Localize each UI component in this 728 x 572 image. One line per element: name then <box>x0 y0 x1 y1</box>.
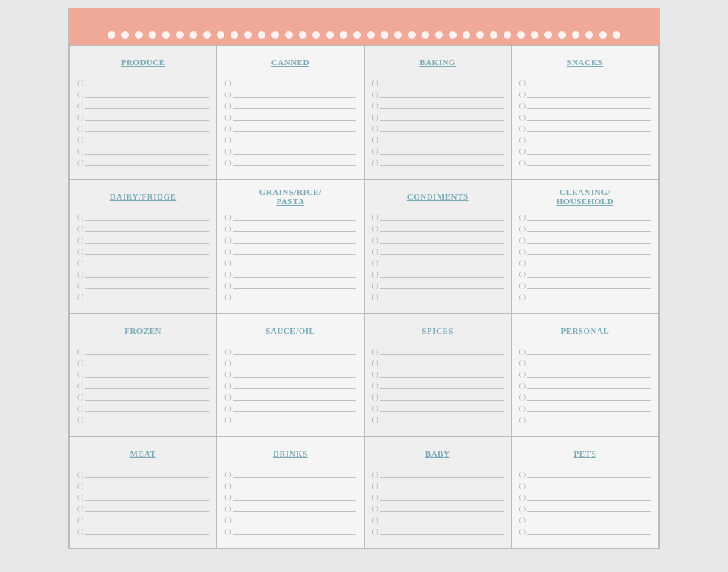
item-checkbox-parens: ( ) <box>77 136 83 143</box>
item-blank-line <box>85 102 209 109</box>
item-checkbox-parens: ( ) <box>372 147 378 155</box>
category-cell-meat: MEAT( )( )( )( )( )( ) <box>70 437 217 548</box>
item-line: ( ) <box>519 79 651 86</box>
item-line: ( ) <box>224 382 356 389</box>
item-blank-line <box>527 79 651 86</box>
category-label-grains-rice-pasta: GRAINS/RICE/ PASTA <box>224 186 356 207</box>
item-checkbox-parens: ( ) <box>224 482 231 489</box>
item-checkbox-parens: ( ) <box>224 516 231 523</box>
item-line: ( ) <box>372 79 504 86</box>
item-line: ( ) <box>77 225 209 232</box>
item-line: ( ) <box>77 516 209 523</box>
item-checkbox-parens: ( ) <box>519 247 526 255</box>
item-checkbox-parens: ( ) <box>77 370 83 378</box>
item-line: ( ) <box>224 79 356 86</box>
item-blank-line <box>233 370 356 378</box>
item-blank-line <box>380 225 504 232</box>
item-blank-line <box>85 236 209 244</box>
item-line: ( ) <box>372 516 504 523</box>
item-checkbox-parens: ( ) <box>519 527 526 535</box>
item-blank-line <box>527 347 651 355</box>
item-checkbox-parens: ( ) <box>224 247 231 255</box>
item-line: ( ) <box>77 270 209 278</box>
dot <box>490 31 497 39</box>
item-checkbox-parens: ( ) <box>77 247 83 255</box>
item-line: ( ) <box>372 113 504 121</box>
item-blank-line <box>233 270 356 278</box>
dot-row <box>69 27 659 45</box>
item-checkbox-parens: ( ) <box>372 159 378 166</box>
item-checkbox-parens: ( ) <box>77 527 83 535</box>
item-checkbox-parens: ( ) <box>519 404 526 412</box>
item-checkbox-parens: ( ) <box>224 370 231 378</box>
category-label-condiments: CONDIMENTS <box>372 186 504 207</box>
item-line: ( ) <box>372 482 504 489</box>
item-line: ( ) <box>519 247 651 255</box>
item-blank-line <box>233 404 356 412</box>
item-checkbox-parens: ( ) <box>224 270 231 278</box>
category-label-snacks: SNACKS <box>519 52 651 73</box>
item-line: ( ) <box>519 516 651 523</box>
item-checkbox-parens: ( ) <box>77 124 83 132</box>
dot <box>149 31 156 39</box>
item-checkbox-parens: ( ) <box>519 493 526 501</box>
category-label-canned: CANNED <box>224 52 356 73</box>
item-line: ( ) <box>224 124 356 132</box>
item-line: ( ) <box>77 236 209 244</box>
item-blank-line <box>380 382 504 389</box>
item-blank-line <box>527 259 651 266</box>
dot <box>544 31 552 39</box>
item-line: ( ) <box>77 147 209 155</box>
category-label-pets: PETS <box>519 443 651 464</box>
item-line: ( ) <box>77 247 209 255</box>
item-line: ( ) <box>77 527 209 535</box>
item-blank-line <box>233 281 356 289</box>
dot <box>408 31 416 39</box>
item-checkbox-parens: ( ) <box>224 359 231 366</box>
item-checkbox-parens: ( ) <box>77 113 83 121</box>
item-line: ( ) <box>519 393 651 401</box>
item-blank-line <box>233 113 356 121</box>
category-label-produce: PRODUCE <box>77 52 209 73</box>
item-checkbox-parens: ( ) <box>372 493 378 501</box>
item-blank-line <box>85 213 209 221</box>
item-line: ( ) <box>77 416 209 423</box>
item-blank-line <box>85 393 209 401</box>
item-line: ( ) <box>372 102 504 109</box>
item-checkbox-parens: ( ) <box>519 147 526 155</box>
category-cell-baking: BAKING( )( )( )( )( )( )( )( ) <box>365 46 512 180</box>
item-line: ( ) <box>77 102 209 109</box>
category-label-drinks: DRINKS <box>224 443 356 464</box>
item-blank-line <box>527 247 651 255</box>
item-blank-line <box>380 136 504 143</box>
item-blank-line <box>85 504 209 512</box>
item-line: ( ) <box>224 516 356 523</box>
item-checkbox-parens: ( ) <box>224 79 231 86</box>
item-checkbox-parens: ( ) <box>372 370 378 378</box>
item-checkbox-parens: ( ) <box>224 416 231 423</box>
item-blank-line <box>85 482 209 489</box>
item-blank-line <box>233 225 356 232</box>
item-blank-line <box>85 370 209 378</box>
item-checkbox-parens: ( ) <box>372 527 378 535</box>
item-checkbox-parens: ( ) <box>372 136 378 143</box>
item-line: ( ) <box>224 281 356 289</box>
category-cell-condiments: CONDIMENTS( )( )( )( )( )( )( )( ) <box>365 180 512 314</box>
item-checkbox-parens: ( ) <box>372 470 378 478</box>
item-line: ( ) <box>519 382 651 389</box>
item-line: ( ) <box>224 482 356 489</box>
item-line: ( ) <box>519 293 651 300</box>
item-line: ( ) <box>77 404 209 412</box>
item-line: ( ) <box>224 359 356 366</box>
item-checkbox-parens: ( ) <box>224 102 231 109</box>
item-blank-line <box>85 404 209 412</box>
item-checkbox-parens: ( ) <box>372 213 378 221</box>
item-blank-line <box>527 516 651 523</box>
item-checkbox-parens: ( ) <box>519 359 526 366</box>
item-line: ( ) <box>77 124 209 132</box>
page: PRODUCE( )( )( )( )( )( )( )( )CANNED( )… <box>68 8 660 549</box>
category-cell-spices: SPICES( )( )( )( )( )( )( ) <box>365 314 512 437</box>
item-checkbox-parens: ( ) <box>519 113 526 121</box>
item-blank-line <box>527 113 651 121</box>
item-blank-line <box>233 79 356 86</box>
